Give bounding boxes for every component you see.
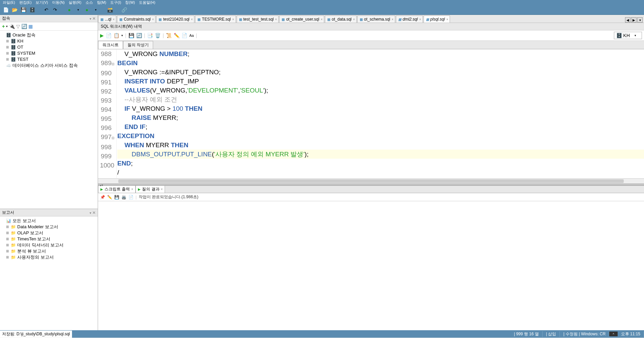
tab-scroll-left-icon[interactable]: ◀: [625, 17, 630, 23]
pin-output-icon[interactable]: 📌: [100, 195, 105, 200]
file-tab[interactable]: ▦Constraints.sql×: [117, 16, 156, 23]
tree-report-item[interactable]: ⊞📁분석 뷰 보고서: [1, 248, 96, 254]
connection-icon[interactable]: 🔌: [9, 24, 15, 29]
menu-item[interactable]: 이동(N): [52, 0, 65, 5]
clear-output-icon[interactable]: ✏️: [107, 195, 112, 200]
close-tab-icon[interactable]: ×: [446, 18, 448, 21]
menu-item[interactable]: 보기(V): [35, 0, 48, 5]
open-file-icon[interactable]: 📂: [11, 7, 18, 13]
horizontal-scrollbar[interactable]: [98, 178, 644, 184]
close-icon[interactable]: ✕: [92, 210, 96, 215]
tree-connection-item[interactable]: ⊞🗄️OT: [1, 44, 96, 50]
tab-worksheet[interactable]: 워크시트: [98, 41, 123, 49]
file-tab[interactable]: ▦test_test_test.sql×: [237, 16, 279, 23]
tree-report-item[interactable]: ⊞📁OLAP 보고서: [1, 230, 96, 236]
caret-icon[interactable]: ▾: [121, 34, 123, 37]
menu-item[interactable]: 도구(I): [110, 0, 121, 5]
format-icon[interactable]: ✏️: [174, 33, 180, 38]
run-script-icon[interactable]: ●: [84, 7, 90, 13]
file-tab[interactable]: ▦TESTMORE.sql×: [195, 16, 236, 23]
filter-icon[interactable]: ▽: [16, 24, 20, 29]
unshared-icon[interactable]: 📑: [147, 33, 153, 38]
file-tab[interactable]: ▦plsql.sql×: [424, 16, 450, 23]
caret2-icon[interactable]: ▾: [93, 7, 99, 13]
explain-plan-icon[interactable]: 📋: [114, 33, 119, 38]
close-tab-icon[interactable]: ×: [161, 187, 163, 191]
tree-report-item[interactable]: ⊞📁TimesTen 보고서: [1, 236, 96, 242]
close-tab-icon[interactable]: ×: [353, 18, 355, 21]
sql-history-icon[interactable]: 📜: [166, 33, 172, 38]
tree-report-item[interactable]: ⊞📁사용자정의 보고서: [1, 254, 96, 260]
refresh-icon[interactable]: 🔄: [21, 24, 27, 29]
close-tab-icon[interactable]: ×: [113, 18, 115, 21]
add-connection-icon[interactable]: +: [2, 24, 5, 29]
redo-icon[interactable]: ↷: [52, 7, 58, 13]
clear-icon[interactable]: 🗑️: [155, 33, 161, 38]
reports-tree[interactable]: 📊모든 보고서 ⊞📁Data Modeler 보고서⊞📁OLAP 보고서⊞📁Ti…: [0, 216, 98, 330]
file-tab[interactable]: ▦ot_schema.sql×: [357, 16, 395, 23]
code-editor[interactable]: 988989⊟990991992993994995996997⊟99899910…: [98, 49, 644, 178]
save-all-icon[interactable]: 🗄️: [29, 7, 35, 13]
menu-item[interactable]: 팀(M): [97, 0, 106, 5]
code-area[interactable]: V_WRONG NUMBER;BEGIN V_WRONG :=&INPUT_DE…: [117, 49, 644, 178]
link-icon[interactable]: 🔗: [121, 7, 127, 13]
worksheet-icon[interactable]: 📄: [182, 33, 187, 38]
tree-root-reports[interactable]: 모든 보고서: [13, 218, 36, 224]
tree-connection-item[interactable]: ⊞🗄️TEST: [1, 56, 96, 62]
menu-item[interactable]: 파일(E): [3, 0, 15, 5]
sql-file-icon: ▦: [100, 18, 103, 21]
pin-icon[interactable]: ▾: [90, 17, 91, 21]
expand-icon[interactable]: ▦: [28, 24, 33, 29]
close-tab-icon[interactable]: ×: [275, 18, 277, 21]
tab-list-icon[interactable]: ▾: [637, 17, 643, 23]
commit-icon[interactable]: 💾: [128, 33, 134, 38]
output-tab[interactable]: ▶스크립트 출력×: [98, 185, 136, 193]
connections-tree[interactable]: 🗄️Oracle 접속 ⊞🗄️KH⊞🗄️OT⊞🗄️SYSTEM⊞🗄️TEST ☁…: [0, 31, 98, 209]
db-connection-selector[interactable]: 🗄️ KH ▾: [614, 32, 642, 39]
rollback-icon[interactable]: 🔄: [136, 33, 142, 38]
save-output-icon[interactable]: 💾: [114, 195, 119, 200]
menu-item[interactable]: 편집(E): [19, 0, 32, 5]
new-file-icon[interactable]: 📄: [3, 7, 9, 13]
file-tab[interactable]: ▦dml2.sql×: [396, 16, 423, 23]
run-statement-icon[interactable]: ▶: [100, 33, 104, 38]
tree-connection-item[interactable]: ⊞🗄️SYSTEM: [1, 50, 96, 56]
menu-item[interactable]: 창(W): [125, 0, 135, 5]
file-tab[interactable]: ▦test210420.sql×: [156, 16, 194, 23]
menu-item[interactable]: 소스: [86, 0, 93, 5]
close-tab-icon[interactable]: ×: [391, 18, 393, 21]
pin-icon[interactable]: ▾: [90, 211, 91, 215]
menu-item[interactable]: 도움말(H): [139, 0, 155, 5]
undo-icon[interactable]: ↶: [43, 7, 49, 13]
tree-report-item[interactable]: ⊞📁데이터 딕셔너리 보고서: [1, 242, 96, 248]
close-icon[interactable]: ✕: [92, 16, 96, 21]
tab-query-builder[interactable]: 질의 작성기: [123, 41, 153, 49]
close-tab-icon[interactable]: ×: [320, 18, 323, 21]
run-icon[interactable]: ●: [66, 7, 72, 13]
save-icon[interactable]: 💾: [20, 7, 26, 13]
file-tab[interactable]: ▦...ql×: [98, 16, 116, 23]
close-tab-icon[interactable]: ×: [419, 18, 421, 21]
tab-scroll-right-icon[interactable]: ▶: [631, 17, 637, 23]
output-content[interactable]: [98, 201, 644, 330]
split-handle[interactable]: [98, 184, 644, 186]
tree-root-oracle[interactable]: Oracle 접속: [13, 32, 35, 38]
close-tab-icon[interactable]: ×: [191, 18, 193, 21]
sql-icon[interactable]: 🗃️: [107, 7, 113, 13]
close-tab-icon[interactable]: ×: [131, 187, 133, 191]
tree-connection-item[interactable]: ⊞🗄️KH: [1, 38, 96, 44]
fetch-icon[interactable]: 📄: [128, 195, 134, 200]
run-script-icon2[interactable]: 📄: [106, 33, 112, 38]
file-tab[interactable]: ▦ot_create_user.sql×: [279, 16, 324, 23]
menu-item[interactable]: 실행(R): [69, 0, 81, 5]
tree-cloud-schema[interactable]: 데이터베이스 스키마 서비스 접속: [13, 62, 78, 69]
close-tab-icon[interactable]: ×: [232, 18, 234, 21]
close-tab-icon[interactable]: ×: [152, 18, 154, 21]
caret-icon[interactable]: ▾: [75, 7, 81, 13]
tree-report-item[interactable]: ⊞📁Data Modeler 보고서: [1, 224, 96, 230]
print-output-icon[interactable]: 🖨️: [121, 195, 126, 200]
case-icon[interactable]: Aa: [189, 33, 194, 37]
output-tab[interactable]: ▶질의 결과×: [136, 185, 165, 193]
file-tab[interactable]: ▦ot_data.sql×: [325, 16, 357, 23]
caret-icon[interactable]: ▾: [6, 25, 8, 28]
